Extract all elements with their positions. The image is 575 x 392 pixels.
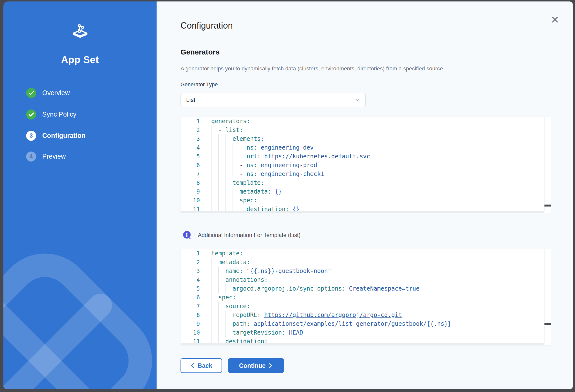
generator-yaml-editor[interactable]: 1generators:2 - list:3 elements:4 - ns: … [181,117,551,213]
close-icon[interactable] [550,14,560,25]
app-set-box-icon [71,24,89,40]
line-number: 4 [181,275,200,284]
line-number: 9 [181,319,200,328]
code-line: 3 elements: [181,134,551,143]
code-line: 8 repoURL: https://github.com/argoproj/a… [181,311,551,319]
chevron-left-icon [190,363,195,368]
code-line: 2 - list: [181,126,551,134]
code-line: 9 path: applicationset/examples/list-gen… [181,319,551,328]
code-line: 3 name: "{{.ns}}-guestbook-noon" [181,267,551,275]
line-number: 7 [181,170,200,178]
line-number: 7 [181,302,200,311]
line-number: 1 [181,249,200,258]
check-icon [26,109,36,120]
chevron-down-icon [355,97,360,103]
generator-type-select[interactable]: List [181,93,366,107]
info-icon [183,231,192,240]
knot-watermark-icon [3,246,157,389]
line-number: 1 [181,117,200,126]
step-label: Configuration [42,132,86,140]
code-line: 10 targetRevision: HEAD [181,328,551,337]
sidebar-step-sync-policy[interactable]: Sync Policy [26,109,76,120]
generators-description: A generator helps you to dynamically fet… [181,66,445,72]
line-number: 3 [181,134,200,143]
code-line: 7 source: [181,302,551,311]
line-number: 8 [181,311,200,319]
code-line: 6 spec: [181,293,551,302]
line-number: 10 [181,196,200,205]
sidebar-step-overview[interactable]: Overview [26,88,70,98]
continue-button-label: Continue [239,362,265,369]
code-lines: 1template:2 metadata:3 name: "{{.ns}}-gu… [181,249,551,345]
scrollbar-thumb[interactable] [545,205,551,206]
step-label: Preview [42,153,66,160]
chevron-right-icon [268,363,273,368]
scrollbar-thumb[interactable] [545,323,551,325]
generator-type-value: List [186,97,355,103]
app-set-wizard-modal: App Set Overview Sync Policy 3 Configura… [3,1,573,389]
scrollbar-track [544,249,545,343]
code-line: 5 url: https://kubernetes.default.svc [181,152,551,161]
check-icon [26,88,36,98]
code-line: 6 - ns: engineering-prod [181,161,551,170]
line-number: 4 [181,143,200,152]
code-line: 1template: [181,249,551,258]
line-number: 2 [181,258,200,267]
back-button-label: Back [198,362,212,369]
horizontal-scrollbar-track [181,211,544,213]
line-number: 3 [181,267,200,275]
code-line: 9 metadata: {} [181,187,551,196]
step-label: Overview [42,89,70,97]
template-yaml-editor[interactable]: 1template:2 metadata:3 name: "{{.ns}}-gu… [181,249,551,345]
line-number: 5 [181,152,200,161]
scrollbar-track [544,117,545,211]
code-lines: 1generators:2 - list:3 elements:4 - ns: … [181,117,551,213]
configuration-panel: Configuration Generators A generator hel… [157,1,573,389]
step-number-badge: 3 [26,131,36,141]
line-number: 5 [181,284,200,293]
step-label: Sync Policy [42,111,76,118]
line-number: 6 [181,161,200,170]
code-line: 8 template: [181,178,551,187]
code-line: 1generators: [181,117,551,126]
additional-info-row: Additional Information For Template (Lis… [183,231,300,240]
code-line: 7 - ns: engineering-check1 [181,170,551,178]
page-title: Configuration [181,21,233,31]
line-number: 8 [181,178,200,187]
code-line: 10 spec: [181,196,551,205]
code-line: 5 argocd.argoproj.io/sync-options: Creat… [181,284,551,293]
line-number: 9 [181,187,200,196]
code-line: 4 - ns: engineering-dev [181,143,551,152]
generators-heading: Generators [181,48,220,56]
wizard-sidebar: App Set Overview Sync Policy 3 Configura… [3,1,157,389]
sidebar-step-preview[interactable]: 4 Preview [26,151,66,162]
app-title: App Set [3,54,157,65]
line-number: 2 [181,126,200,134]
continue-button[interactable]: Continue [228,358,284,373]
generator-type-label: Generator Type [181,81,218,88]
code-line: 2 metadata: [181,258,551,267]
horizontal-scrollbar-track [181,343,544,345]
line-number: 10 [181,328,200,337]
sidebar-step-configuration[interactable]: 3 Configuration [26,130,86,141]
code-line: 4 annotations: [181,275,551,284]
line-number: 6 [181,293,200,302]
back-button[interactable]: Back [181,358,222,373]
step-number-badge: 4 [26,151,36,162]
additional-info-label: Additional Information For Template (Lis… [198,232,300,239]
